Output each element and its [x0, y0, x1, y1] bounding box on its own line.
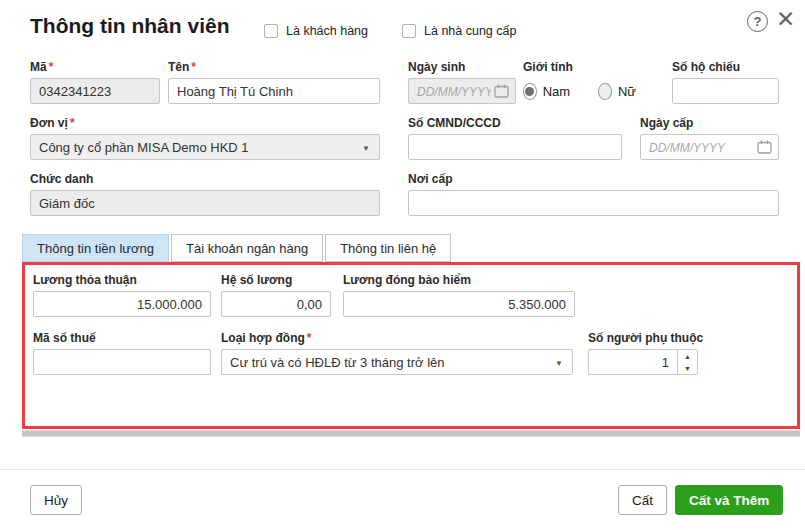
chevron-down-icon: ▼: [362, 144, 370, 153]
close-icon[interactable]: ✕: [776, 8, 795, 31]
stepper-down-icon[interactable]: ▼: [678, 362, 697, 374]
field-issue-place: Nơi cấp: [408, 172, 779, 216]
field-birthdate: Ngày sinh: [408, 60, 516, 104]
passport-input[interactable]: [672, 78, 779, 104]
unit-select-value: Công ty cổ phần MISA Demo HKD 1: [39, 140, 249, 155]
gender-male-radio[interactable]: [523, 83, 537, 100]
tab-bar: Thông tin tiền lương Tài khoản ngân hàng…: [22, 234, 453, 262]
field-passport: Số hộ chiếu: [672, 60, 779, 104]
field-tax-code: Mã số thuế: [33, 331, 211, 375]
gender-male-label: Nam: [543, 84, 570, 99]
field-dependents: Số người phụ thuộc ▲ ▼: [588, 331, 698, 375]
name-input[interactable]: [168, 78, 380, 104]
field-id-number: Số CMND/CCCD: [408, 116, 622, 160]
gender-label: Giới tính: [523, 60, 658, 74]
insurance-salary-label: Lương đóng bảo hiểm: [343, 273, 575, 287]
issue-place-label: Nơi cấp: [408, 172, 779, 186]
id-number-label: Số CMND/CCCD: [408, 116, 622, 130]
gender-female-label: Nữ: [618, 84, 636, 99]
field-code: Mã*: [30, 60, 160, 104]
field-unit: Đơn vị* Công ty cổ phần MISA Demo HKD 1 …: [30, 116, 380, 160]
save-and-add-button[interactable]: Cất và Thêm: [675, 485, 783, 515]
salary-coefficient-label: Hệ số lương: [221, 273, 331, 287]
stepper-up-icon[interactable]: ▲: [678, 350, 697, 362]
insurance-salary-input[interactable]: [343, 291, 575, 317]
employee-info-dialog: Thông tin nhân viên Là khách hàng Là nhà…: [0, 0, 805, 530]
save-button[interactable]: Cất: [618, 485, 667, 515]
page-title: Thông tin nhân viên: [30, 14, 229, 38]
salary-tab-panel-highlight: Lương thỏa thuận Hệ số lương Lương đóng …: [22, 262, 800, 429]
is-customer-label: Là khách hàng: [286, 24, 368, 38]
field-insurance-salary: Lương đóng bảo hiểm: [343, 273, 575, 317]
code-input: [30, 78, 160, 104]
is-supplier-checkbox-group[interactable]: Là nhà cung cấp: [402, 24, 516, 38]
contract-type-select[interactable]: Cư trú và có HĐLĐ từ 3 tháng trở lên ▼: [221, 349, 573, 375]
gender-female-radio[interactable]: [598, 83, 612, 100]
contract-type-label: Loại hợp đồng*: [221, 331, 573, 345]
is-customer-checkbox[interactable]: [264, 24, 278, 38]
chevron-down-icon: ▼: [555, 359, 563, 368]
salary-coefficient-input[interactable]: [221, 291, 331, 317]
dependents-stepper[interactable]: ▲ ▼: [677, 349, 698, 375]
tab-salary-info[interactable]: Thông tin tiền lương: [22, 234, 169, 262]
issue-place-input[interactable]: [408, 190, 779, 216]
tax-code-input[interactable]: [33, 349, 211, 375]
field-name: Tên*: [168, 60, 380, 104]
is-supplier-checkbox[interactable]: [402, 24, 416, 38]
issue-date-label: Ngày cấp: [640, 116, 779, 130]
dependents-input[interactable]: [588, 349, 677, 375]
is-customer-checkbox-group[interactable]: Là khách hàng: [264, 24, 368, 38]
field-agreed-salary: Lương thỏa thuận: [33, 273, 211, 317]
birthdate-label: Ngày sinh: [408, 60, 516, 74]
issue-date-input[interactable]: [640, 134, 779, 160]
birthdate-input: [408, 78, 516, 104]
footer-divider: [0, 469, 805, 470]
help-icon[interactable]: ?: [747, 11, 768, 32]
dependents-label: Số người phụ thuộc: [588, 331, 698, 345]
code-label: Mã*: [30, 60, 160, 74]
job-title-input: [30, 190, 380, 216]
horizontal-scrollbar[interactable]: [22, 430, 800, 437]
unit-label: Đơn vị*: [30, 116, 380, 130]
tax-code-label: Mã số thuế: [33, 331, 211, 345]
passport-label: Số hộ chiếu: [672, 60, 779, 74]
tab-bank-account[interactable]: Tài khoản ngân hàng: [171, 234, 323, 262]
tab-contact-info[interactable]: Thông tin liên hệ: [325, 234, 451, 262]
contract-type-value: Cư trú và có HĐLĐ từ 3 tháng trở lên: [230, 355, 445, 370]
id-number-input[interactable]: [408, 134, 622, 160]
job-title-label: Chức danh: [30, 172, 380, 186]
field-contract-type: Loại hợp đồng* Cư trú và có HĐLĐ từ 3 th…: [221, 331, 573, 375]
field-salary-coefficient: Hệ số lương: [221, 273, 331, 317]
agreed-salary-label: Lương thỏa thuận: [33, 273, 211, 287]
cancel-button[interactable]: Hủy: [30, 485, 82, 515]
name-label: Tên*: [168, 60, 380, 74]
field-issue-date: Ngày cấp: [640, 116, 779, 160]
unit-select: Công ty cổ phần MISA Demo HKD 1 ▼: [30, 134, 380, 160]
is-supplier-label: Là nhà cung cấp: [424, 24, 516, 38]
field-gender: Giới tính Nam Nữ: [523, 60, 658, 104]
agreed-salary-input[interactable]: [33, 291, 211, 317]
field-job-title: Chức danh: [30, 172, 380, 216]
